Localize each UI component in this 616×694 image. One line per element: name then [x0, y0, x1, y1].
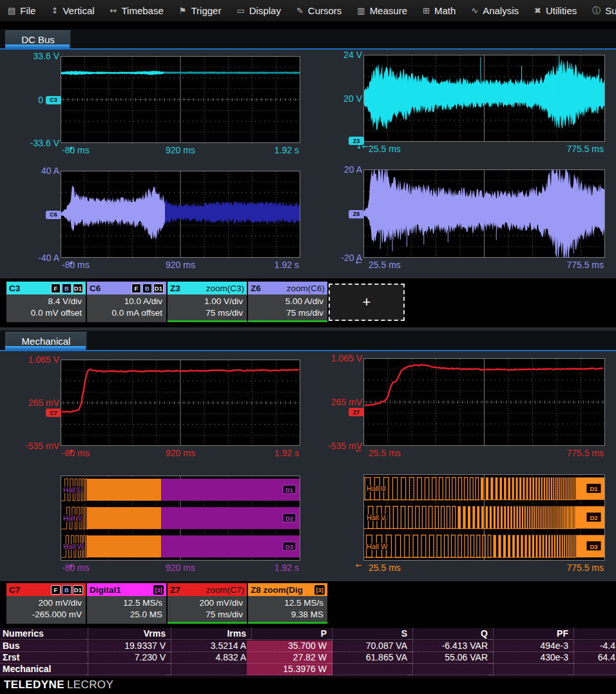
svg-text:Hall U: Hall U: [63, 486, 82, 494]
channel-badge-z3[interactable]: Z3: [349, 137, 364, 145]
waveform-grid-z6[interactable]: [363, 169, 605, 258]
menu-item-utilities[interactable]: ✖Utilities: [526, 0, 584, 21]
menu-item-label: Vertical: [63, 5, 94, 16]
numerics-value: [488, 664, 574, 675]
z8-xlabel-1: 775.5 ms: [363, 563, 604, 573]
descriptor-z7[interactable]: Z7zoom(C7)200 mV/div75 ms/div: [168, 583, 247, 624]
numerics-col-header: Q: [408, 628, 494, 640]
svg-text:Hall W: Hall W: [63, 543, 84, 550]
menu-item-trigger[interactable]: ⚑Trigger: [171, 0, 229, 21]
descriptor-header: Digital1[3]: [87, 583, 166, 596]
descriptor-settings: 1.00 V/div75 ms/div: [168, 294, 247, 319]
zoom-source-label: zoom(C7): [206, 585, 244, 595]
math-icon: ⊞: [423, 6, 430, 15]
header-badge-d1: D1: [153, 284, 164, 293]
numerics-col-header: Irms: [166, 628, 252, 640]
d1-xlabel-2: 1.92 s: [61, 563, 299, 573]
c7-ylabel-2: -535 mV: [3, 441, 59, 451]
teledyne-lecroy-logo: TELEDYNELECROY: [4, 679, 113, 691]
numerics-col-header: PF: [488, 628, 574, 640]
descriptor-z3[interactable]: Z3zoom(C3)1.00 V/div75 ms/div: [168, 282, 247, 322]
numerics-row-mechanical: Mechanical15.3976 W: [0, 664, 616, 675]
logo-teledyne: TELEDYNE: [4, 679, 64, 691]
offset-or-timebase: 9.38 MS: [248, 609, 323, 621]
descriptor-z8zoomdig[interactable]: Z8 zoom(Dig[3]12.5 MS/s9.38 MS: [248, 583, 327, 624]
menu-item-label: Trigger: [191, 5, 221, 16]
numerics-value: -4.4: [569, 641, 616, 652]
menu-item-label: Timebase: [121, 5, 163, 16]
header-badge-f: F: [51, 284, 61, 293]
add-trace-button[interactable]: +: [329, 284, 405, 321]
trigger-position-marker[interactable]: ▲: [68, 448, 74, 454]
trigger-position-marker[interactable]: ▲: [68, 563, 74, 568]
waveform-grid-z3[interactable]: [363, 55, 605, 142]
waveform-grid-c7[interactable]: [61, 360, 300, 446]
menu-item-measure[interactable]: ▥Measure: [349, 0, 415, 21]
menu-item-timebase[interactable]: ↔Timebase: [102, 0, 171, 21]
descriptor-c7[interactable]: C7FBD1200 mV/div-265.000 mV: [6, 583, 86, 624]
menu-item-cursors[interactable]: ✎Cursors: [289, 0, 349, 21]
descriptor-c3[interactable]: C3FBD18.4 V/div0.0 mV offset: [6, 282, 86, 322]
channel-badge-z6[interactable]: Z6: [349, 210, 364, 218]
offset-or-timebase: 75 ms/div: [168, 307, 243, 319]
tab-accent-line: [0, 350, 616, 351]
numerics-value: 55.06 VAR: [408, 652, 494, 664]
menu-item-math[interactable]: ⊞Math: [415, 0, 463, 21]
timebase-icon: ↔: [110, 6, 117, 15]
numerics-value: [569, 664, 616, 675]
descriptor-settings: 5.00 A/div75 ms/div: [248, 294, 327, 319]
zoom-source-label: zoom(C6): [287, 284, 325, 293]
menu-item-support[interactable]: ⓘSup: [584, 0, 616, 21]
scale-per-div: 200 mV/div: [6, 597, 82, 609]
active-timebase-indicator: [168, 622, 247, 624]
menu-bar: ▤File↕Vertical↔Timebase⚑Trigger▭Display✎…: [0, 0, 616, 22]
zoom-position-arrow[interactable]: ←: [356, 258, 362, 266]
numerics-row-σrst: Σrst7.230 V4.832 A27.82 W61.865 VA55.06 …: [0, 652, 616, 664]
descriptor-digital1[interactable]: Digital1[3]12.5 MS/s25.0 MS: [87, 583, 166, 624]
zoom-position-arrow[interactable]: ←: [356, 561, 362, 569]
svg-text:Hall V: Hall V: [367, 514, 386, 521]
waveform-grid-z7[interactable]: [363, 358, 605, 446]
numerics-value: 494e-3: [488, 641, 574, 652]
channel-badge-c3[interactable]: C3: [46, 96, 61, 104]
descriptor-settings: 12.5 MS/s9.38 MS: [248, 596, 327, 621]
waveform-grid-c3[interactable]: [61, 56, 300, 143]
zoom-position-arrow[interactable]: ←: [356, 447, 362, 454]
descriptor-settings: 200 mV/div-265.000 mV: [6, 596, 86, 621]
utilities-icon: ✖: [534, 6, 541, 15]
waveform-grid-z8[interactable]: Hall UD1Hall VD2Hall WD3: [363, 474, 605, 561]
numerics-col-header: P: [247, 628, 332, 640]
descriptor-c6[interactable]: C6FBD110.0 A/div0.0 mA offset: [87, 282, 166, 322]
menu-item-display[interactable]: ▭Display: [229, 0, 288, 21]
svg-text:D1: D1: [590, 485, 598, 492]
numerics-header-row: NumericsVrmsIrmsPSQPF: [0, 628, 616, 640]
numerics-value: -6.413 VAR: [408, 641, 494, 652]
svg-text:D1: D1: [285, 487, 294, 494]
tabbar-mechanical: Mechanical: [0, 331, 616, 351]
menu-item-label: Measure: [370, 5, 407, 16]
menu-item-label: Cursors: [308, 5, 342, 16]
descriptor-z6[interactable]: Z6zoom(C6)5.00 A/div75 ms/div: [248, 282, 327, 322]
menu-item-analysis[interactable]: ∿Analysis: [463, 0, 526, 21]
z7-xlabel-1: 775.5 ms: [363, 448, 604, 458]
z3-ylabel-1: 20 V: [305, 93, 362, 104]
offset-or-timebase: -265.000 mV: [6, 609, 82, 621]
trigger-position-marker[interactable]: ▲: [68, 260, 74, 265]
active-timebase-indicator: [168, 320, 247, 322]
trigger-position-marker[interactable]: ▲: [68, 145, 74, 151]
channel-badge-z7[interactable]: Z7: [349, 408, 364, 416]
menu-item-label: Analysis: [483, 5, 519, 16]
waveform-grid-d1[interactable]: Hall UD1Hall VD2Hall WD3: [61, 476, 300, 561]
channel-badge-c6[interactable]: C6: [46, 211, 61, 219]
menu-item-file[interactable]: ▤File: [0, 0, 43, 21]
c3-trace: [61, 56, 300, 143]
menu-item-vertical[interactable]: ↕Vertical: [43, 0, 102, 21]
numerics-table: NumericsVrmsIrmsPSQPFBus19.9337 V3.5214 …: [0, 628, 616, 678]
header-badge-b: B: [62, 585, 72, 595]
waveform-grid-c6[interactable]: [61, 171, 300, 258]
offset-or-timebase: 75 ms/div: [248, 307, 323, 319]
channel-label: Digital1: [90, 585, 121, 595]
channel-badge-c7[interactable]: C7: [46, 409, 61, 417]
descriptor-header: C3FBD1: [6, 282, 86, 294]
c7-ylabel-0: 1.065 V: [3, 354, 59, 365]
